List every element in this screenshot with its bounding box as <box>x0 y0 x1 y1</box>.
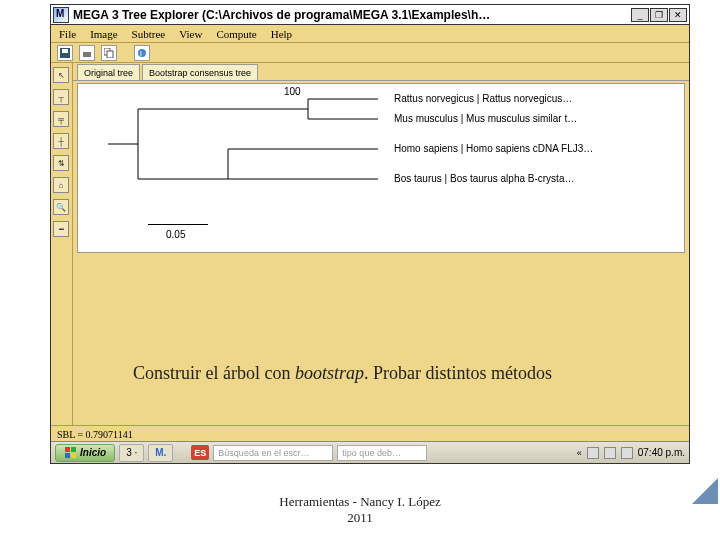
maximize-button[interactable]: ❐ <box>650 8 668 22</box>
leaf-rattus: Rattus norvegicus | Rattus norvegicus… <box>394 93 572 104</box>
menu-help[interactable]: Help <box>271 28 292 40</box>
menu-bar: File Image Subtree View Compute Help <box>51 25 689 43</box>
tray-expand-icon[interactable]: « <box>577 448 582 458</box>
tool-scale-icon[interactable]: ━ <box>53 221 69 237</box>
status-text: SBL = 0.79071141 <box>57 429 133 440</box>
task-group-1[interactable]: 3 · <box>119 444 144 462</box>
footer-line-1: Herramientas - Nancy I. López <box>0 494 720 510</box>
clock[interactable]: 07:40 p.m. <box>638 447 685 458</box>
tool-cursor-icon[interactable]: ↖ <box>53 67 69 83</box>
scale-value: 0.05 <box>166 229 185 240</box>
leaf-homo: Homo sapiens | Homo sapiens cDNA FLJ3… <box>394 143 593 154</box>
task-group-2[interactable]: M. <box>148 444 173 462</box>
start-label: Inicio <box>80 447 106 458</box>
start-button[interactable]: Inicio <box>55 444 115 462</box>
print-icon[interactable] <box>79 45 95 61</box>
desktop-search-input[interactable]: Búsqueda en el escr… <box>213 445 333 461</box>
window-title: MEGA 3 Tree Explorer (C:\Archivos de pro… <box>73 8 631 22</box>
svg-rect-5 <box>107 51 113 58</box>
tool-tree1-icon[interactable]: ┬ <box>53 89 69 105</box>
tool-tree3-icon[interactable]: ┼ <box>53 133 69 149</box>
side-toolbar: ↖ ┬ ╤ ┼ ⇅ ⌂ 🔍 ━ <box>51 63 73 425</box>
note-pre: Construir el árbol con <box>133 363 295 383</box>
tray-icon-3[interactable] <box>621 447 633 459</box>
tab-strip: Original tree Bootstrap consensus tree <box>73 63 689 81</box>
menu-image[interactable]: Image <box>90 28 117 40</box>
menu-file[interactable]: File <box>59 28 76 40</box>
svg-rect-3 <box>84 49 90 52</box>
menu-compute[interactable]: Compute <box>216 28 256 40</box>
note-em: bootstrap <box>295 363 364 383</box>
footer-line-2: 2011 <box>0 510 720 526</box>
tool-tree2-icon[interactable]: ╤ <box>53 111 69 127</box>
app-window: MEGA 3 Tree Explorer (C:\Archivos de pro… <box>50 4 690 464</box>
svg-rect-1 <box>62 49 68 53</box>
svg-text:i: i <box>140 49 142 58</box>
scale-bar <box>148 224 208 225</box>
system-tray: « 07:40 p.m. <box>577 447 685 459</box>
tab-original[interactable]: Original tree <box>77 64 140 80</box>
tool-root-icon[interactable]: ⌂ <box>53 177 69 193</box>
svg-rect-2 <box>83 52 91 57</box>
windows-taskbar: Inicio 3 · M. ES Búsqueda en el escr… ti… <box>51 441 689 463</box>
leaf-mus: Mus musculus | Mus musculus similar t… <box>394 113 577 124</box>
bootstrap-value: 100 <box>284 86 301 97</box>
footer-credit: Herramientas - Nancy I. López 2011 <box>0 494 720 540</box>
tool-zoom-icon[interactable]: 🔍 <box>53 199 69 215</box>
menu-view[interactable]: View <box>179 28 202 40</box>
tray-icon-1[interactable] <box>587 447 599 459</box>
close-button[interactable]: ✕ <box>669 8 687 22</box>
leaf-bos: Bos taurus | Bos taurus alpha B-crysta… <box>394 173 574 184</box>
tree-canvas: 100 Rattus norvegicus | Rattus norvegicu… <box>77 83 685 253</box>
language-indicator[interactable]: ES <box>191 445 209 460</box>
info-icon[interactable]: i <box>134 45 150 61</box>
body: ↖ ┬ ╤ ┼ ⇅ ⌂ 🔍 ━ Original tree Bootstrap … <box>51 63 689 425</box>
menu-subtree[interactable]: Subtree <box>132 28 166 40</box>
minimize-button[interactable]: _ <box>631 8 649 22</box>
desktop-search-input-2[interactable]: tipo que deb… <box>337 445 427 461</box>
windows-logo-icon <box>64 447 76 459</box>
tray-icon-2[interactable] <box>604 447 616 459</box>
title-bar: MEGA 3 Tree Explorer (C:\Archivos de pro… <box>51 5 689 25</box>
content: Original tree Bootstrap consensus tree <box>73 63 689 425</box>
app-icon <box>53 7 69 23</box>
instruction-note: Construir el árbol con bootstrap. Probar… <box>133 363 552 384</box>
copy-icon[interactable] <box>101 45 117 61</box>
toolbar: i <box>51 43 689 63</box>
tool-flip-icon[interactable]: ⇅ <box>53 155 69 171</box>
save-icon[interactable] <box>57 45 73 61</box>
phylo-tree <box>78 84 378 234</box>
tab-bootstrap[interactable]: Bootstrap consensus tree <box>142 64 258 80</box>
note-post: . Probar distintos métodos <box>364 363 552 383</box>
